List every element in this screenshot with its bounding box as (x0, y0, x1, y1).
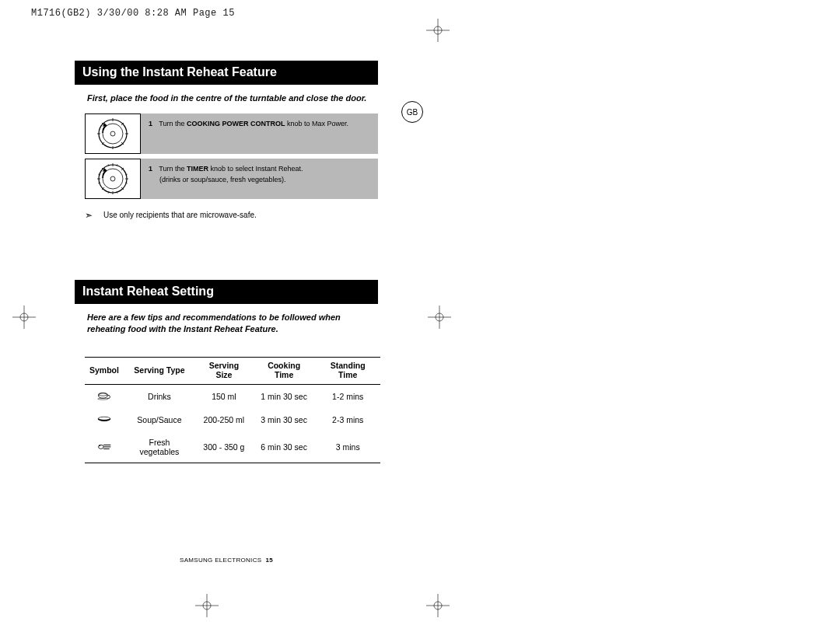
registration-mark (426, 594, 450, 617)
registration-mark (428, 306, 451, 329)
step-text: 1 Turn the TIMER knob to select Instant … (141, 159, 378, 199)
cell-size: 300 - 350 g (195, 431, 253, 463)
step-text: 1 Turn the COOKING POWER CONTROL knob to… (141, 113, 378, 154)
step-row: 1 Turn the TIMER knob to select Instant … (85, 159, 378, 199)
note-row: ➣ Use only recipients that are microwave… (85, 210, 378, 221)
symbol-cup-icon (85, 384, 124, 408)
svg-point-16 (103, 124, 123, 144)
section-instant-reheat-setting: Instant Reheat Setting Here are a few ti… (75, 280, 378, 463)
note-text: Use only recipients that are microwave-s… (103, 210, 257, 219)
cell-cook: 3 min 30 sec (253, 408, 316, 431)
cell-size: 200-250 ml (195, 408, 253, 431)
cell-cook: 1 min 30 sec (253, 384, 316, 408)
cell-stand: 3 mins (315, 431, 380, 463)
cell-size: 150 ml (195, 384, 253, 408)
table-row: Drinks 150 ml 1 min 30 sec 1-2 mins (85, 384, 380, 408)
step-text-part: Turn the (159, 165, 187, 173)
step-text-part: knob to Max Power. (285, 120, 349, 127)
table-row: Soup/Sauce 200-250 ml 3 min 30 sec 2-3 m… (85, 408, 380, 431)
svg-point-11 (203, 602, 211, 609)
step-text-bold: TIMER (187, 165, 208, 173)
registration-mark (426, 19, 450, 42)
section-instant-reheat-feature: Using the Instant Reheat Feature First, … (75, 61, 378, 221)
step-row: 1 Turn the COOKING POWER CONTROL knob to… (85, 113, 378, 154)
registration-mark (12, 306, 36, 329)
svg-point-29 (110, 176, 115, 181)
region-badge: GB (401, 101, 423, 123)
svg-point-2 (434, 26, 442, 34)
cell-stand: 2-3 mins (315, 408, 380, 431)
knob-diagram-icon (85, 113, 141, 154)
step-text-bold: COOKING POWER CONTROL (187, 120, 285, 127)
section-intro: First, place the food in the centre of t… (75, 85, 378, 113)
col-standing-time: Standing Time (315, 357, 380, 384)
footer-brand: SAMSUNG ELECTRONICS (180, 557, 261, 564)
symbol-vegetables-icon (85, 431, 124, 463)
cell-stand: 1-2 mins (315, 384, 380, 408)
col-cooking-time: Cooking Time (253, 357, 316, 384)
cell-type: Drinks (124, 384, 195, 408)
svg-point-53 (99, 445, 100, 446)
step-text-line2: (drinks or soup/sauce, fresh vegetables)… (149, 174, 370, 185)
svg-point-51 (98, 417, 110, 420)
cell-type: Soup/Sauce (124, 408, 195, 431)
svg-point-14 (434, 602, 442, 609)
step-number: 1 (149, 120, 152, 127)
registration-mark (195, 594, 219, 617)
svg-point-28 (103, 169, 123, 189)
svg-point-17 (110, 131, 115, 136)
symbol-bowl-icon (85, 408, 124, 431)
step-number: 1 (149, 165, 152, 173)
knob-diagram-icon (85, 159, 141, 199)
page-footer: SAMSUNG ELECTRONICS 15 (75, 557, 378, 564)
table-row: Fresh vegetables 300 - 350 g 6 min 30 se… (85, 431, 380, 463)
step-text-part: knob to select Instant Reheat. (208, 165, 303, 173)
print-header: M1716(GB2) 3/30/00 8:28 AM Page 15 (31, 8, 235, 19)
section-title: Using the Instant Reheat Feature (75, 61, 378, 85)
section-title: Instant Reheat Setting (75, 280, 378, 304)
cell-type: Fresh vegetables (124, 431, 195, 463)
section-intro: Here are a few tips and recommendations … (75, 304, 378, 344)
svg-point-8 (436, 313, 443, 321)
reheat-settings-table: Symbol Serving Type Serving Size Cooking… (85, 357, 380, 463)
cell-cook: 6 min 30 sec (253, 431, 316, 463)
svg-point-5 (20, 313, 28, 321)
footer-page-number: 15 (265, 557, 273, 564)
col-serving-size: Serving Size (195, 357, 253, 384)
note-arrow-icon: ➣ (85, 210, 103, 221)
step-text-part: Turn the (159, 120, 187, 127)
col-symbol: Symbol (85, 357, 124, 384)
col-serving-type: Serving Type (124, 357, 195, 384)
